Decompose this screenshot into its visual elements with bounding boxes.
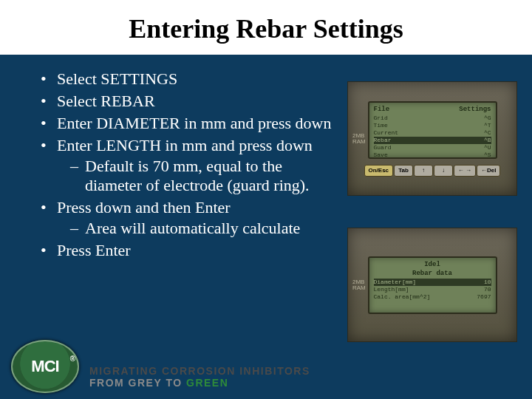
key-down: ↓ (434, 165, 453, 177)
list-item: Enter DIAMETER in mm and press down (41, 114, 332, 133)
list-item: Press down and then Enter Area will auto… (41, 198, 332, 238)
list-item: Select SETTINGS (41, 69, 332, 89)
screen-header: Idel (424, 261, 440, 268)
footer-text: MIGRATING CORROSION INHIBITORS FROM GREY… (89, 365, 310, 393)
key-del: ←Del (477, 165, 500, 177)
footer: MCI ® MIGRATING CORROSION INHIBITORS FRO… (11, 338, 314, 393)
screen-row-label: Save (374, 151, 388, 159)
list-item: Press Enter (41, 241, 332, 260)
screen-menu-settings: Settings (459, 106, 491, 113)
footer-line-2b: GREEN (186, 377, 228, 389)
sub-list-item: Area will automatically calculate (70, 219, 332, 238)
screen-row-label: Diameter[mm] (374, 279, 417, 286)
device-photo-rebar: 2MB RAM Idel Rebar data Diameter[mm]10 L… (347, 228, 517, 342)
screen-row-shortcut: ^C (484, 129, 491, 137)
screen-row-label: Time (374, 122, 388, 129)
screen-row-shortcut: ^B (484, 137, 491, 144)
device-photo-settings: 2MB RAM File Settings Grid^G Time^T Curr… (347, 81, 517, 196)
screen-row-shortcut: ^G (484, 115, 491, 122)
key-tab: Tab (394, 165, 413, 177)
mci-logo-text: MCI (31, 357, 58, 376)
screen-row-value: 10 (484, 279, 491, 286)
bullet-list: Select SETTINGS Select REBAR Enter DIAME… (41, 69, 332, 260)
footer-line-1: MIGRATING CORROSION INHIBITORS (89, 365, 310, 377)
mci-logo: MCI ® (11, 340, 79, 393)
ram-label: 2MB RAM (352, 133, 369, 145)
device-keypad: On/Esc Tab ↑ ↓ ← → ←Del (364, 165, 501, 177)
key-up: ↑ (414, 165, 433, 177)
list-item-text: Enter LENGTH in mm and press down (57, 136, 313, 154)
screen-row-label: Current (374, 129, 399, 137)
key-on-esc: On/Esc (364, 165, 394, 177)
footer-line-2a: FROM GREY TO (89, 377, 186, 389)
screen-row-value: 7697 (477, 293, 491, 301)
sub-list: Default is 70 mm, equal to the diameter … (70, 157, 332, 195)
sub-list-item: Default is 70 mm, equal to the diameter … (70, 157, 332, 195)
screen-menu-file: File (374, 106, 390, 113)
key-lr: ← → (454, 165, 476, 177)
screen-row-value: 70 (484, 286, 491, 293)
ram-label: 2MB RAM (352, 279, 369, 291)
screen-row-shortcut: ^U (484, 144, 491, 151)
list-item: Enter LENGTH in mm and press down Defaul… (41, 136, 332, 195)
title-bar: Entering Rebar Settings (0, 0, 532, 55)
screen-row-shortcut: ^S (484, 151, 491, 159)
footer-line-2: FROM GREY TO GREEN (89, 377, 310, 389)
screen-row-label: Grid (374, 115, 388, 122)
slide-title: Entering Rebar Settings (0, 13, 532, 44)
screen-row-label: Rebar (374, 137, 392, 144)
screen-row-shortcut: ^T (484, 122, 491, 129)
sub-list: Area will automatically calculate (70, 219, 332, 238)
screen-row-label: Length[mm] (374, 286, 409, 293)
list-item: Select REBAR (41, 92, 332, 111)
screen-row-label: Calc. area[mm^2] (374, 293, 431, 301)
device-screen: Idel Rebar data Diameter[mm]10 Length[mm… (368, 256, 497, 314)
registered-icon: ® (70, 355, 75, 363)
device-screen: File Settings Grid^G Time^T Current^C Re… (368, 101, 497, 159)
screen-subheader: Rebar data (412, 270, 452, 277)
list-item-text: Press down and then Enter (57, 198, 231, 216)
screen-row-label: Guard (374, 144, 392, 151)
